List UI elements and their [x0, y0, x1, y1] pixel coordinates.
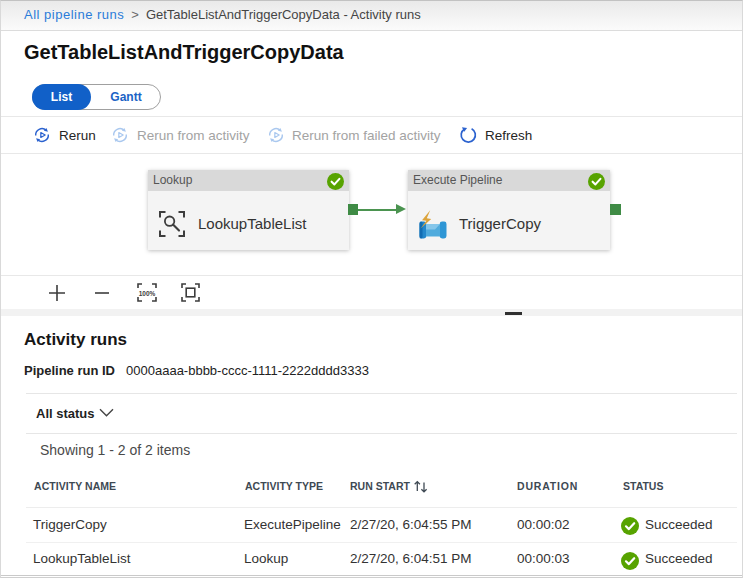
- svg-text:100%: 100%: [139, 290, 156, 297]
